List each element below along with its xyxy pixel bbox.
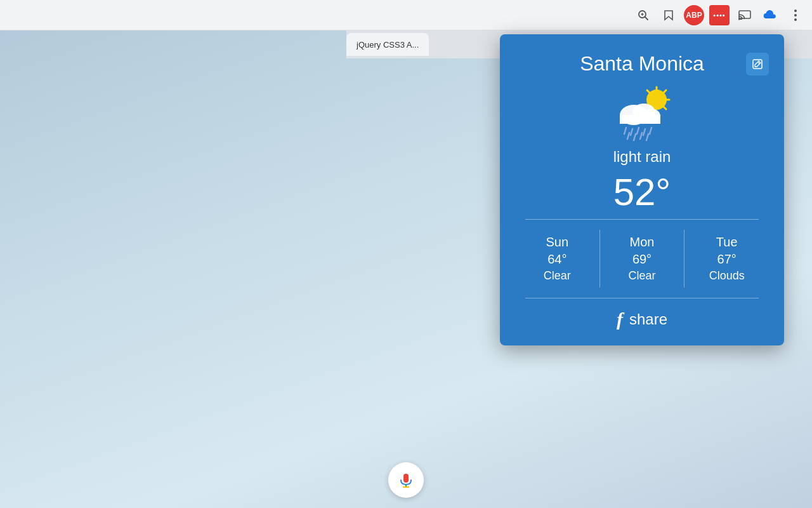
- temperature-display: 52°: [515, 173, 769, 211]
- svg-rect-29: [403, 474, 409, 483]
- condition-text: light rain: [515, 148, 769, 166]
- share-row[interactable]: f share: [515, 309, 769, 330]
- edit-city-button[interactable]: [746, 53, 769, 76]
- temp-divider: [525, 219, 759, 220]
- forecast-day-name-2: Tue: [684, 235, 769, 250]
- svg-line-27: [640, 133, 642, 139]
- cast-icon[interactable]: [735, 5, 755, 25]
- svg-line-23: [643, 129, 645, 135]
- share-label: share: [629, 311, 667, 328]
- svg-line-24: [650, 128, 652, 134]
- svg-line-25: [627, 133, 629, 139]
- svg-marker-4: [665, 11, 672, 20]
- svg-line-21: [631, 129, 632, 135]
- cloud-icon[interactable]: [760, 5, 780, 25]
- forecast-day-name-1: Mon: [600, 235, 684, 250]
- tab-jquery[interactable]: jQuery CSS3 A...: [346, 33, 429, 56]
- forecast-day-1: Mon 69° Clear: [600, 230, 684, 288]
- google-mic[interactable]: [388, 462, 424, 498]
- weather-popup: Santa Monica: [500, 34, 784, 345]
- svg-line-20: [624, 128, 626, 134]
- forecast-row: Sun 64° Clear Mon 69° Clear Tue 67° Clou…: [515, 230, 769, 288]
- zoom-icon[interactable]: [633, 5, 653, 25]
- svg-line-14: [664, 107, 666, 109]
- browser-toolbar: ABP ••••: [0, 0, 812, 30]
- forecast-day-name-0: Sun: [515, 235, 599, 250]
- extensions-icon[interactable]: ••••: [709, 5, 730, 25]
- forecast-temp-1: 69°: [600, 252, 684, 267]
- svg-line-22: [637, 128, 639, 134]
- forecast-day-0: Sun 64° Clear: [515, 230, 599, 288]
- svg-line-28: [646, 134, 648, 140]
- abp-icon[interactable]: ABP: [684, 5, 704, 25]
- forecast-condition-1: Clear: [600, 269, 684, 283]
- svg-line-26: [634, 134, 636, 140]
- weather-icon: [607, 86, 677, 143]
- forecast-divider-bottom: [525, 298, 759, 298]
- bookmark-icon[interactable]: [658, 5, 679, 25]
- popup-header: Santa Monica: [515, 52, 769, 76]
- svg-line-12: [664, 90, 666, 93]
- browser-menu-icon[interactable]: [785, 5, 806, 25]
- forecast-condition-2: Clouds: [684, 269, 769, 283]
- facebook-icon: f: [617, 309, 623, 330]
- svg-line-1: [645, 17, 648, 20]
- city-name: Santa Monica: [580, 52, 704, 76]
- svg-rect-8: [753, 60, 762, 69]
- forecast-condition-0: Clear: [515, 269, 599, 283]
- forecast-day-2: Tue 67° Clouds: [684, 230, 769, 288]
- svg-rect-19: [620, 115, 660, 124]
- forecast-temp-2: 67°: [684, 252, 769, 267]
- svg-line-15: [647, 90, 650, 93]
- weather-icon-area: [515, 86, 769, 145]
- forecast-temp-0: 64°: [515, 252, 599, 267]
